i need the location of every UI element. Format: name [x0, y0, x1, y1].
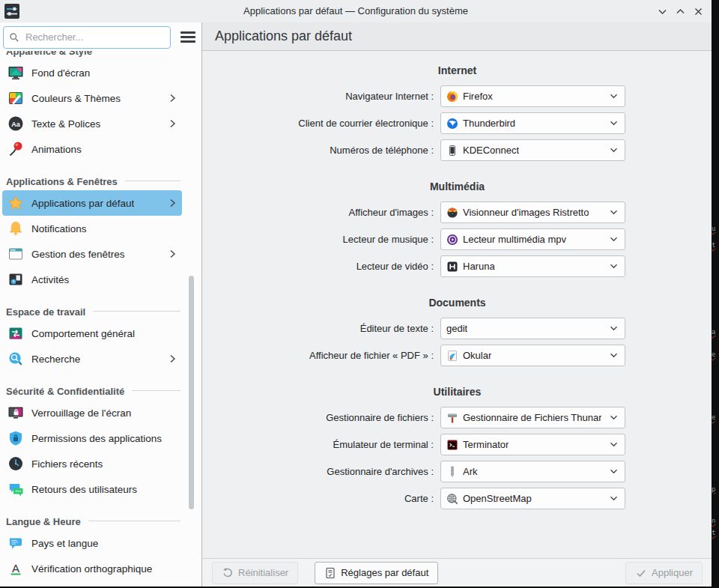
osm-icon: [446, 493, 458, 505]
sidebar-item-label: Recherche: [31, 354, 80, 365]
sidebar-item-fichiers-recents[interactable]: Fichiers récents: [2, 451, 182, 476]
wallpaper-icon: [7, 64, 24, 81]
search-field[interactable]: [3, 26, 171, 49]
form-row: Afficheur d'images :Visionneur d'images …: [203, 201, 712, 223]
form-label-gestionnaire-d-archives: Gestionnaire d'archives :: [203, 466, 437, 477]
page-header: Applications par défaut: [202, 22, 712, 51]
clock-icon: [7, 586, 24, 587]
sidebar-item-texte-polices[interactable]: AaTexte & Polices: [2, 111, 182, 136]
menu-button[interactable]: [178, 27, 198, 48]
minimize-button[interactable]: [653, 2, 671, 20]
close-button[interactable]: [689, 2, 707, 20]
page-title: Applications par défaut: [215, 28, 352, 44]
combobox-lecteur-de-video[interactable]: Haruna: [440, 255, 625, 277]
combobox-value: Thunderbird: [463, 118, 515, 129]
group-title-utilitaires: Utilitaires: [203, 384, 712, 399]
combobox-value: Okular: [463, 350, 491, 361]
ristretto-icon: [446, 207, 458, 219]
shield-icon: [7, 430, 24, 446]
combobox-afficheur-d-images[interactable]: Visionneur d'images Ristretto: [440, 201, 625, 223]
defaults-button[interactable]: Réglages par défaut: [315, 562, 438, 584]
sidebar-item-label: Fond d'écran: [31, 67, 90, 79]
sidebar-item-pays-et-langue[interactable]: Pays et langue: [2, 530, 182, 556]
sidebar-scrollbar-thumb[interactable]: [189, 276, 194, 509]
sidebar-item-label: Pays et langue: [31, 538, 98, 549]
section-divider: [93, 311, 180, 312]
sidebar-item-couleurs-themes[interactable]: Couleurs & Thèmes: [2, 85, 182, 111]
background-glyph: p: [712, 485, 715, 493]
background-glyph: a: [712, 328, 715, 336]
group-title-internet: Internet: [203, 63, 712, 78]
apply-button-label: Appliquer: [652, 567, 693, 578]
reset-button-label: Réinitialiser: [238, 567, 288, 578]
sidebar-list: Apparence & StyleFond d'écranCouleurs & …: [0, 51, 201, 587]
sidebar-item-label: Fichiers récents: [31, 458, 103, 470]
sidebar-item-label: Verrouillage de l'écran: [31, 407, 131, 419]
chevron-down-icon: [607, 237, 618, 242]
sidebar-section-securite-confidentialite: Sécurité & Confidentialité: [0, 372, 201, 400]
combobox-emulateur-de-terminal[interactable]: Terminator: [440, 434, 625, 455]
combobox-navigateur-internet[interactable]: Firefox: [440, 85, 625, 107]
combobox-value: Gestionnaire de Fichiers Thunar: [463, 412, 601, 423]
chevron-down-icon: [607, 415, 618, 420]
systemsettings-app-icon: [4, 4, 19, 19]
chevron-right-icon: [169, 198, 176, 208]
maximize-button[interactable]: [671, 2, 689, 20]
combobox-client-de-courrier-electronique[interactable]: Thunderbird: [440, 112, 625, 134]
firefox-icon: [446, 91, 458, 103]
sidebar-item-date-et-heure[interactable]: Date et heure: [2, 581, 182, 587]
sidebar-item-label: Activités: [31, 274, 69, 285]
chevron-down-icon: [607, 496, 618, 501]
sidebar-item-verrouillage-de-l-ecran[interactable]: Verrouillage de l'écran: [2, 400, 182, 425]
form-row: Éditeur de texte :gedit: [203, 318, 712, 339]
terminator-icon: [446, 439, 458, 451]
sidebar-item-gestion-des-fenetres[interactable]: Gestion des fenêtres: [2, 241, 182, 267]
combobox-afficheur-de-fichier-pdf[interactable]: Okular: [440, 345, 625, 366]
clock-icon: [7, 455, 24, 472]
form-label-gestionnaire-de-fichiers: Gestionnaire de fichiers :: [203, 412, 437, 423]
sidebar-item-animations[interactable]: Animations: [2, 136, 182, 162]
combobox-value: Terminator: [463, 439, 509, 450]
combobox-numeros-de-telephone[interactable]: KDEConnect: [440, 139, 625, 161]
sidebar-item-permissions-des-applications[interactable]: Permissions des applications: [2, 425, 182, 451]
combobox-editeur-de-texte[interactable]: gedit: [440, 318, 625, 339]
combobox-gestionnaire-d-archives[interactable]: Ark: [440, 461, 625, 482]
feedback-icon: [7, 481, 24, 497]
sidebar-item-recherche[interactable]: Recherche: [2, 346, 182, 372]
background-glyph: n: [712, 517, 715, 524]
svg-text:A: A: [12, 562, 19, 575]
bell-icon: [7, 220, 24, 237]
sidebar-item-retours-des-utilisateurs[interactable]: Retours des utilisateurs: [2, 476, 182, 502]
chevron-right-icon: [169, 354, 176, 364]
section-divider: [132, 390, 180, 391]
form-label-emulateur-de-terminal: Émulateur de terminal :: [203, 439, 437, 450]
sidebar-item-applications-par-defaut[interactable]: Applications par défaut: [2, 190, 182, 216]
kdeconnect-icon: [446, 145, 458, 157]
sidebar-item-notifications[interactable]: Notifications: [2, 216, 182, 241]
sidebar-item-activites[interactable]: Activités: [2, 267, 182, 292]
combobox-value: Lecteur multimédia mpv: [463, 234, 566, 245]
language-icon: [7, 535, 24, 551]
sidebar-section-espace-de-travail: Espace de travail: [0, 292, 201, 321]
form-label-afficheur-de-fichier-pdf: Afficheur de fichier « PDF » :: [203, 350, 437, 361]
form-label-lecteur-de-musique: Lecteur de musique :: [203, 234, 437, 245]
combobox-gestionnaire-de-fichiers[interactable]: Gestionnaire de Fichiers Thunar: [440, 407, 625, 428]
form-row: Carte :OpenStreetMap: [203, 488, 712, 509]
combobox-value: Firefox: [463, 91, 493, 102]
sidebar-item-comportement-general[interactable]: Comportement général: [2, 321, 182, 346]
chevron-down-icon: [607, 353, 618, 358]
background-glyph: t: [712, 529, 715, 536]
search-input[interactable]: [24, 31, 165, 43]
form-row: Client de courrier électronique :Thunder…: [203, 112, 712, 134]
form-label-afficheur-d-images: Afficheur d'images :: [203, 207, 437, 218]
combobox-carte[interactable]: OpenStreetMap: [440, 488, 625, 509]
chevron-down-icon: [607, 264, 618, 269]
sidebar-item-verification-orthographique[interactable]: AVérification orthographique: [2, 556, 182, 581]
sidebar-item-fond-d-ecran[interactable]: Fond d'écran: [2, 60, 182, 85]
combobox-value: Ark: [463, 466, 478, 477]
undo-icon: [222, 567, 234, 579]
combobox-lecteur-de-musique[interactable]: Lecteur multimédia mpv: [440, 228, 625, 250]
defaults-button-label: Réglages par défaut: [341, 567, 428, 578]
thunar-icon: [446, 412, 458, 424]
titlebar: Applications par défaut — Configuration …: [0, 0, 712, 22]
